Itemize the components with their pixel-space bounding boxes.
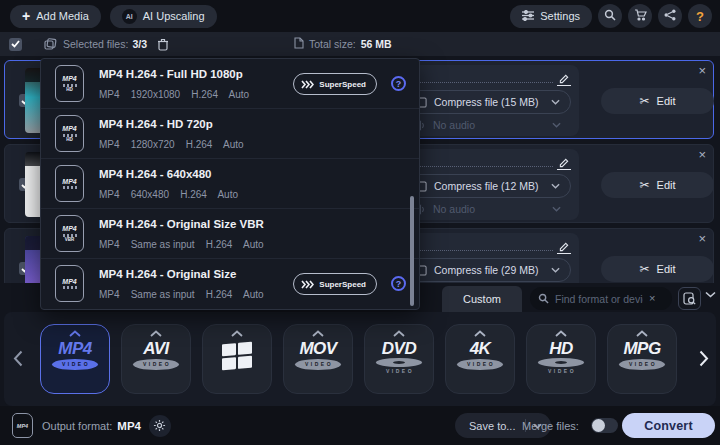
format-card-hd-full-hd[interactable]: HDVIDEOHD/Full HD bbox=[526, 324, 596, 394]
filename-field[interactable] bbox=[405, 153, 571, 170]
chevron-down-icon bbox=[551, 99, 560, 105]
pencil-icon[interactable] bbox=[557, 74, 571, 86]
chevron-up-icon bbox=[312, 330, 324, 337]
format-logo: MPG bbox=[623, 340, 660, 358]
preset-item[interactable]: MP4VBRMP4 H.264 - Original Size VBRMP4 S… bbox=[41, 209, 419, 259]
settings-button[interactable]: Settings bbox=[510, 5, 592, 28]
audio-label: No audio bbox=[433, 119, 475, 131]
device-detect-button[interactable] bbox=[678, 287, 701, 310]
superspeed-badge: SuperSpeed bbox=[293, 73, 377, 95]
chevron-up-icon bbox=[69, 330, 81, 337]
mp4-file-icon: MP4HD bbox=[55, 115, 84, 152]
output-format-icon: MP4 bbox=[12, 413, 33, 438]
format-card-4k-ultra-hd[interactable]: 4KVIDEO4K Ultra HD bbox=[445, 324, 515, 394]
trash-icon[interactable] bbox=[157, 38, 169, 51]
preset-help-icon[interactable]: ? bbox=[391, 76, 406, 91]
pencil-icon[interactable] bbox=[557, 158, 571, 170]
video-badge: VIDEO bbox=[457, 359, 503, 370]
preset-item[interactable]: MP4MP4 H.264 - Original SizeMP4 Same as … bbox=[41, 259, 419, 309]
cart-button[interactable] bbox=[628, 4, 652, 28]
chevron-down-icon bbox=[552, 122, 561, 128]
compress-select[interactable]: Compress file (15 MB) bbox=[405, 90, 571, 114]
carousel-prev-icon[interactable] bbox=[13, 350, 23, 367]
format-search-input[interactable] bbox=[555, 293, 643, 305]
chevron-up-icon bbox=[555, 330, 567, 337]
selected-files-value: 3/3 bbox=[132, 38, 147, 50]
preset-meta: MP4 1280x720 H.264 Auto bbox=[99, 139, 244, 150]
preset-help-icon[interactable]: ? bbox=[391, 276, 406, 291]
ai-upscaling-button[interactable]: AI AI Upscaling bbox=[110, 5, 217, 28]
format-logo: 4K bbox=[470, 340, 491, 358]
format-card-avi[interactable]: AVIVIDEOAVI bbox=[121, 324, 191, 394]
format-card-mp4[interactable]: MP4VIDEOMP4 bbox=[40, 324, 110, 394]
output-format-value: MP4 bbox=[117, 420, 141, 432]
preset-item[interactable]: MP4MP4 H.264 - 640x480MP4 640x480 H.264 … bbox=[41, 159, 419, 209]
selected-files-icon bbox=[44, 38, 57, 50]
audio-select[interactable]: No audio bbox=[405, 114, 571, 136]
preset-meta: MP4 1920x1080 H.264 Auto bbox=[99, 89, 249, 100]
convert-button[interactable]: Convert bbox=[622, 413, 715, 438]
search-key-button[interactable] bbox=[598, 4, 622, 28]
help-button[interactable]: ? bbox=[688, 4, 712, 28]
disc-icon bbox=[376, 358, 422, 367]
select-all-checkbox[interactable] bbox=[9, 38, 22, 51]
format-cards: MP4VIDEOMP4AVIVIDEOAVIWMVMOVVIDEOMOVDVDV… bbox=[40, 324, 677, 394]
close-icon[interactable]: × bbox=[698, 232, 706, 245]
carousel-next-icon[interactable] bbox=[699, 350, 709, 367]
preset-items: MP4HDMP4 H.264 - Full HD 1080pMP4 1920x1… bbox=[41, 59, 419, 309]
dropdown-scrollbar[interactable] bbox=[410, 196, 414, 306]
mp4-file-icon: MP4HD bbox=[55, 65, 84, 102]
close-icon[interactable]: × bbox=[698, 148, 706, 161]
edit-button[interactable]: ✂Edit bbox=[601, 256, 714, 282]
cart-icon bbox=[634, 7, 647, 25]
format-card-wmv[interactable]: WMV bbox=[202, 324, 272, 394]
audio-select[interactable]: No audio bbox=[405, 198, 571, 220]
format-card-mov[interactable]: MOVVIDEOMOV bbox=[283, 324, 353, 394]
mp4-file-icon: MP4 bbox=[55, 265, 84, 302]
preset-meta: MP4 Same as input H.264 Auto bbox=[99, 289, 264, 300]
chevron-up-icon bbox=[636, 330, 648, 337]
convert-label: Convert bbox=[644, 419, 693, 433]
merge-files-toggle[interactable] bbox=[591, 418, 618, 433]
tab-custom[interactable]: Custom bbox=[442, 286, 522, 312]
close-icon[interactable]: × bbox=[698, 64, 706, 77]
share-button[interactable] bbox=[658, 4, 682, 28]
filename-field[interactable] bbox=[405, 69, 571, 86]
preset-title: MP4 H.264 - HD 720p bbox=[99, 118, 213, 130]
gear-icon[interactable] bbox=[149, 415, 171, 437]
ai-icon: AI bbox=[122, 9, 137, 24]
add-media-button[interactable]: + Add Media bbox=[10, 5, 101, 28]
top-bar: + Add Media AI AI Upscaling Settings bbox=[0, 0, 720, 32]
topbar-right-group: Settings bbox=[510, 4, 720, 28]
format-card-mpg[interactable]: MPGVIDEOMPG bbox=[607, 324, 677, 394]
plus-icon: + bbox=[22, 9, 30, 23]
selected-files-label: Selected files: bbox=[63, 38, 128, 50]
collapse-panel-icon[interactable] bbox=[705, 291, 716, 298]
preset-item[interactable]: MP4HDMP4 H.264 - Full HD 1080pMP4 1920x1… bbox=[41, 59, 419, 109]
compress-select[interactable]: Compress file (29 MB) bbox=[405, 258, 571, 282]
video-badge: VIDEO bbox=[133, 359, 179, 370]
video-badge: VIDEO bbox=[52, 359, 98, 370]
settings-label: Settings bbox=[540, 10, 580, 22]
bottom-bar: MP4 Output format: MP4 Save to... Merge … bbox=[0, 406, 720, 445]
fast-forward-icon bbox=[301, 280, 314, 289]
format-card-dvd-compatible[interactable]: DVDVIDEODVD-Compatible ... bbox=[364, 324, 434, 394]
preset-meta: MP4 640x480 H.264 Auto bbox=[99, 189, 238, 200]
video-badge: VIDEO bbox=[546, 368, 576, 374]
preset-dropdown: MP4HDMP4 H.264 - Full HD 1080pMP4 1920x1… bbox=[40, 58, 420, 310]
tab-custom-label: Custom bbox=[463, 293, 501, 305]
fast-forward-icon bbox=[301, 80, 314, 89]
filename-field[interactable] bbox=[405, 237, 571, 254]
edit-label: Edit bbox=[657, 179, 676, 191]
app-window: + Add Media AI AI Upscaling Settings bbox=[0, 0, 720, 445]
toggle-knob bbox=[592, 419, 605, 432]
selection-toolbar: Selected files: 3/3 Total size: 56 MB bbox=[0, 32, 720, 56]
chevron-up-icon bbox=[393, 330, 405, 337]
edit-button[interactable]: ✂Edit bbox=[601, 172, 714, 198]
preset-item[interactable]: MP4HDMP4 H.264 - HD 720pMP4 1280x720 H.2… bbox=[41, 109, 419, 159]
clear-search-icon[interactable]: × bbox=[649, 293, 655, 304]
save-to-label: Save to... bbox=[455, 420, 525, 432]
edit-button[interactable]: ✂Edit bbox=[601, 88, 714, 114]
compress-select[interactable]: Compress file (12 MB) bbox=[405, 174, 571, 198]
pencil-icon[interactable] bbox=[557, 242, 571, 254]
